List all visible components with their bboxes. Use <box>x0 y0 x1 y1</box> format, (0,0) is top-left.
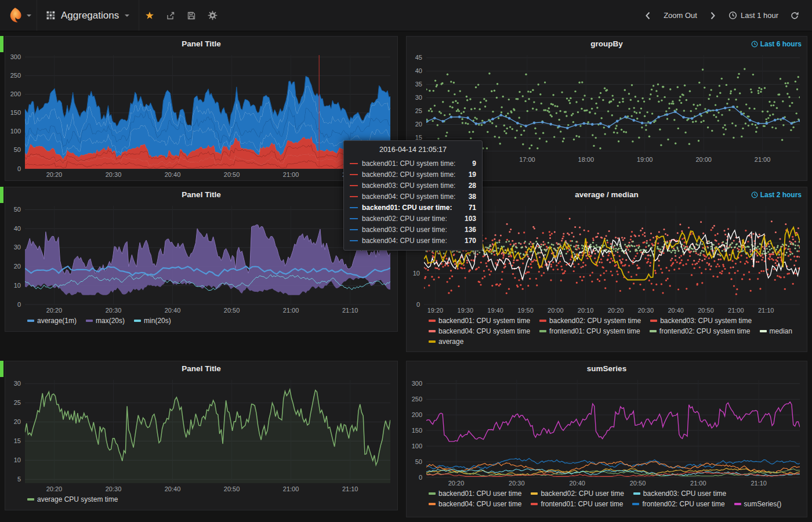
zoom-out-button[interactable]: Zoom Out <box>659 0 702 31</box>
row-menu-handle[interactable] <box>0 361 3 377</box>
legend-series-label: frontend02: CPU user time <box>642 499 724 509</box>
dashboard-title: Aggregations <box>61 10 119 21</box>
legend-item[interactable]: sumSeries() <box>734 499 782 509</box>
legend-series-swatch <box>86 320 93 322</box>
legend-series-swatch <box>429 320 436 322</box>
legend-item[interactable]: frontend02: CPU system time <box>650 326 751 336</box>
graph-canvas[interactable]: 05010015020025030020:2020:3020:4020:5021… <box>407 376 807 488</box>
svg-text:19:40: 19:40 <box>487 307 503 314</box>
grafana-logo-button[interactable] <box>0 0 37 31</box>
panel-title[interactable]: groupBy <box>407 37 807 52</box>
clock-icon <box>751 41 758 48</box>
legend-item[interactable]: max(20s) <box>86 316 125 326</box>
zoom-out-label: Zoom Out <box>664 11 697 20</box>
legend-series-swatch <box>650 330 657 332</box>
svg-text:10: 10 <box>413 270 420 277</box>
svg-text:19:00: 19:00 <box>637 156 653 163</box>
legend-item[interactable]: backend01: CPU user time <box>429 488 521 499</box>
settings-button[interactable] <box>202 0 223 31</box>
chevron-right-icon <box>709 11 717 20</box>
graph-canvas[interactable]: 0102030405020:2020:3020:4020:5021:0021:1… <box>5 202 397 315</box>
grafana-flame-icon <box>6 6 24 25</box>
svg-text:50: 50 <box>14 206 21 213</box>
legend-item[interactable]: average(1m) <box>27 316 77 326</box>
panel-title[interactable]: Panel Title <box>5 361 397 376</box>
legend-series-swatch <box>27 320 34 322</box>
legend-item[interactable]: average CPU system time <box>27 494 118 505</box>
legend-series-label: median <box>770 326 792 336</box>
legend-series-swatch <box>429 492 436 495</box>
legend-item[interactable]: backend01: CPU system time <box>429 316 530 326</box>
svg-text:20:40: 20:40 <box>165 307 181 314</box>
graph-canvas[interactable]: 5101520253020:2020:3020:4020:5021:0021:1… <box>5 376 397 494</box>
legend-series-label: average <box>438 336 463 347</box>
legend-item[interactable]: min(20s) <box>134 316 171 326</box>
row-menu-handle[interactable] <box>0 36 3 52</box>
legend-series-swatch <box>650 320 657 322</box>
svg-text:150: 150 <box>10 109 21 116</box>
tooltip-row: backend02: CPU system time:19 <box>344 169 482 180</box>
svg-text:15: 15 <box>14 437 21 444</box>
logo-caret-icon <box>27 14 31 17</box>
svg-text:100: 100 <box>10 128 21 135</box>
panel-title[interactable]: sumSeries <box>407 361 807 376</box>
legend-item[interactable]: backend02: CPU system time <box>539 316 641 326</box>
tooltip-row: backend04: CPU user time:170 <box>344 235 482 246</box>
legend-series-swatch <box>539 330 546 332</box>
tooltip-row: backend04: CPU system time:38 <box>344 191 482 202</box>
time-picker-button[interactable]: Last 1 hour <box>724 0 783 31</box>
legend-item[interactable]: backend02: CPU user time <box>531 488 624 499</box>
time-range-badge-label: Last 2 hours <box>760 191 802 199</box>
graph-canvas[interactable]: 05010015020025030020:2020:3020:4020:5021… <box>5 52 397 179</box>
legend-series-label: min(20s) <box>144 316 171 326</box>
svg-text:20:20: 20:20 <box>448 480 465 487</box>
legend-item[interactable]: backend04: CPU system time <box>429 326 530 336</box>
row-menu-handle[interactable] <box>0 187 3 203</box>
svg-text:21:10: 21:10 <box>342 307 358 314</box>
legend-series-swatch <box>734 503 741 505</box>
time-range-badge[interactable]: Last 6 hours <box>751 40 802 48</box>
clock-icon <box>728 11 737 20</box>
svg-text:17:00: 17:00 <box>519 156 535 163</box>
legend-item[interactable]: backend04: CPU user time <box>429 499 521 509</box>
legend-item[interactable]: frontend01: CPU user time <box>531 499 623 509</box>
star-button[interactable] <box>139 0 160 31</box>
share-button[interactable] <box>160 0 181 31</box>
star-icon <box>145 11 154 20</box>
svg-text:19:20: 19:20 <box>427 307 444 314</box>
panel-cpu-stacked: Panel Title 05010015020025030020:2020:30… <box>5 36 398 181</box>
navbar-right: Zoom Out Last 1 hour <box>638 0 812 31</box>
legend-item[interactable]: frontend02: CPU user time <box>632 499 724 509</box>
legend-item[interactable]: backend03: CPU user time <box>633 488 726 499</box>
save-button[interactable] <box>181 0 202 31</box>
legend-series-label: backend04: CPU user time <box>438 499 521 509</box>
panel-title[interactable]: Panel Title <box>5 187 397 202</box>
svg-text:20:20: 20:20 <box>608 307 624 314</box>
time-range-badge[interactable]: Last 2 hours <box>751 191 802 199</box>
legend-item[interactable]: median <box>760 326 792 336</box>
dashboard-picker[interactable]: Aggregations <box>37 0 139 31</box>
legend-series-label: backend03: CPU user time <box>643 488 726 499</box>
legend-series-label: average(1m) <box>37 316 77 326</box>
svg-text:10: 10 <box>14 456 21 463</box>
legend-series-swatch <box>429 340 436 343</box>
navbar: Aggregations <box>0 0 812 31</box>
svg-text:19:50: 19:50 <box>517 307 534 314</box>
tooltip-timestamp: 2016-04-14 21:05:17 <box>344 141 482 158</box>
graph-tooltip: 2016-04-14 21:05:17 backend01: CPU syste… <box>343 140 483 251</box>
pan-right-button[interactable] <box>703 11 723 20</box>
refresh-button[interactable] <box>784 11 805 20</box>
svg-text:200: 200 <box>10 90 21 97</box>
legend-item[interactable]: backend03: CPU system time <box>650 316 752 326</box>
svg-text:20:20: 20:20 <box>46 307 63 314</box>
legend-item[interactable]: average <box>429 336 463 347</box>
pan-left-button[interactable] <box>638 11 658 20</box>
legend-item[interactable]: frontend01: CPU system time <box>539 326 640 336</box>
legend-series-label: backend03: CPU system time <box>660 316 752 326</box>
svg-text:0: 0 <box>419 474 422 481</box>
svg-text:21:00: 21:00 <box>728 307 744 314</box>
panel-title[interactable]: Panel Title <box>5 37 397 52</box>
svg-text:20: 20 <box>415 121 422 128</box>
svg-text:20:00: 20:00 <box>548 307 564 314</box>
panel-legend: average(1m)max(20s)min(20s) <box>5 315 397 327</box>
